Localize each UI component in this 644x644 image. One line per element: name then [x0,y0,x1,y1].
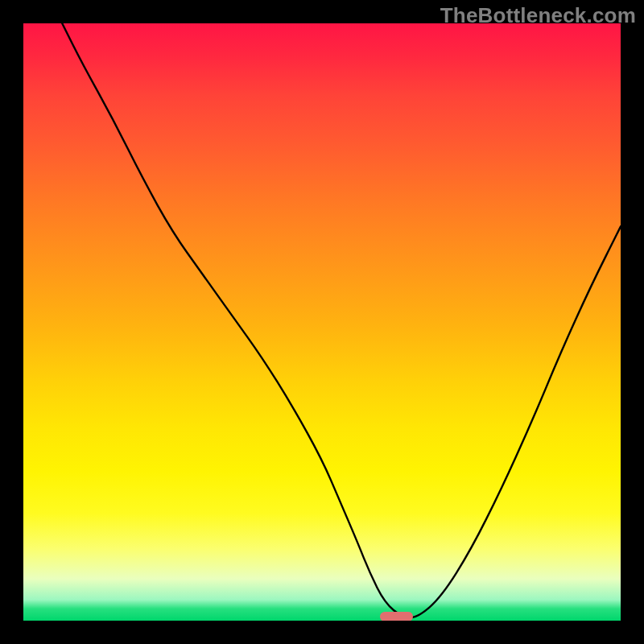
plot-area [23,23,621,621]
bottleneck-curve [23,23,621,621]
watermark-text: TheBottleneck.com [440,3,636,28]
optimal-marker [380,612,413,621]
chart-frame: TheBottleneck.com [0,0,644,644]
